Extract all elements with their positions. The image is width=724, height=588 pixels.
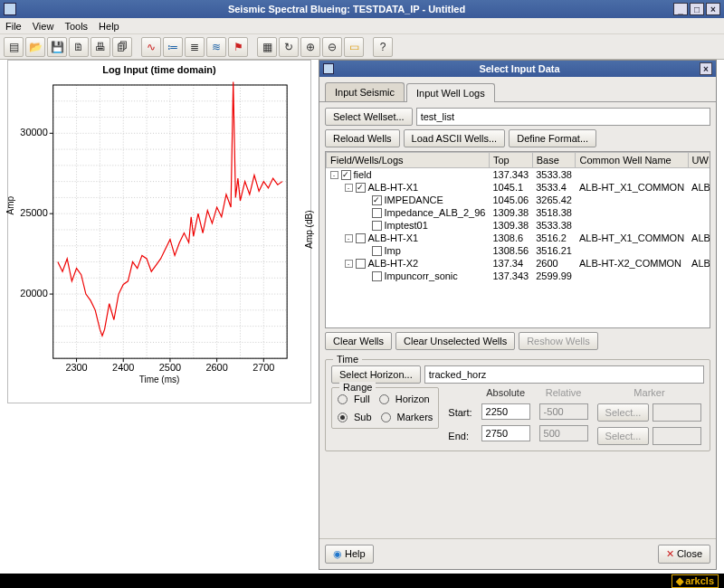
- svg-text:20000: 20000: [20, 288, 47, 299]
- radio-full[interactable]: Full: [338, 394, 370, 404]
- table-row[interactable]: Impuncorr_sonic137.3432599.99: [327, 270, 711, 282]
- select-input-dialog: Select Input Data × Input Seismic Input …: [319, 60, 717, 570]
- col-uwi[interactable]: UWI: [688, 153, 710, 168]
- tab-input-well-logs[interactable]: Input Well Logs: [406, 83, 495, 102]
- toolbar: ▤ 📂 💾 🗎 🖶 🗐 ∿ ≔ ≣ ≋ ⚑ ▦ ↻ ⊕ ⊖ ▭ ?: [0, 34, 724, 60]
- row-checkbox[interactable]: ✓: [356, 183, 366, 193]
- svg-text:2600: 2600: [205, 362, 227, 373]
- table-row[interactable]: -✓ALB-HT-X11045.13533.4ALB-HT_X1_COMMONA…: [327, 181, 711, 194]
- window-title: Seismic Spectral Blueing: TESTDATA_IP - …: [22, 4, 672, 14]
- help-icon[interactable]: ?: [373, 37, 393, 57]
- window-titlebar: Seismic Spectral Blueing: TESTDATA_IP - …: [0, 0, 724, 18]
- start-absolute-input[interactable]: [481, 403, 530, 420]
- save-icon[interactable]: 💾: [47, 37, 67, 57]
- col-cwn[interactable]: Common Well Name: [576, 153, 688, 168]
- horizon-input[interactable]: [424, 365, 704, 384]
- row-checkbox[interactable]: [356, 233, 366, 243]
- zoomout-icon[interactable]: ⊖: [322, 37, 342, 57]
- dialog-titlebar: Select Input Data ×: [319, 61, 716, 77]
- row-label: Impuncorr_sonic: [385, 270, 458, 281]
- refresh-icon[interactable]: ↻: [279, 37, 299, 57]
- list1-icon[interactable]: ≔: [163, 37, 183, 57]
- row-checkbox[interactable]: [356, 259, 366, 269]
- minimize-button[interactable]: _: [673, 3, 688, 15]
- row-label: ALB-HT-X2: [368, 258, 419, 269]
- reload-wells-button[interactable]: Reload Wells: [325, 129, 400, 147]
- y-axis-label: Amp: [5, 196, 15, 215]
- wave-icon[interactable]: ≋: [206, 37, 226, 57]
- select-wellset-button[interactable]: Select Wellset...: [325, 108, 413, 126]
- row-checkbox[interactable]: [372, 271, 382, 281]
- saveas-icon[interactable]: 🗎: [69, 37, 89, 57]
- close-button-dialog[interactable]: ✕ Close: [658, 545, 710, 564]
- wells-table[interactable]: Field/Wells/Logs Top Base Common Well Na…: [325, 151, 710, 328]
- row-checkbox[interactable]: [372, 246, 382, 256]
- expander-icon[interactable]: -: [330, 171, 338, 179]
- menu-help[interactable]: Help: [99, 21, 119, 32]
- print-icon[interactable]: 🖶: [90, 37, 110, 57]
- x-axis-label: Time (ms): [8, 375, 310, 384]
- table-row[interactable]: ✓IMPEDANCE1045.063265.42: [327, 194, 711, 206]
- marker-header: Marker: [597, 387, 702, 398]
- table-row[interactable]: -✓field137.3433533.38: [327, 168, 711, 182]
- row-label: ALB-HT-X1: [368, 232, 419, 243]
- expander-icon[interactable]: -: [345, 184, 353, 192]
- start-marker-input: [653, 403, 701, 422]
- list2-icon[interactable]: ≣: [185, 37, 205, 57]
- maximize-button[interactable]: □: [690, 3, 704, 15]
- radio-horizon[interactable]: Horizon: [379, 394, 430, 404]
- export-icon[interactable]: 🗐: [112, 37, 132, 57]
- clear-unselected-button[interactable]: Clear Unselected Wells: [395, 332, 515, 350]
- svg-text:25000: 25000: [20, 207, 47, 218]
- select-horizon-button[interactable]: Select Horizon...: [331, 365, 421, 384]
- dialog-title: Select Input Data: [339, 63, 700, 74]
- open-icon[interactable]: 📂: [25, 37, 45, 57]
- row-checkbox[interactable]: [372, 208, 382, 218]
- y2-axis-label: Amp (dB): [304, 211, 314, 249]
- menu-tools[interactable]: Tools: [64, 21, 88, 32]
- col-base[interactable]: Base: [532, 153, 576, 168]
- menu-view[interactable]: View: [33, 21, 54, 32]
- svg-text:2300: 2300: [65, 362, 87, 373]
- wellset-input[interactable]: [416, 108, 710, 126]
- table-row[interactable]: -ALB-HT-X11308.63516.2ALB-HT_X1_COMMONAL…: [327, 232, 711, 244]
- radio-markers[interactable]: Markers: [381, 412, 433, 422]
- db-icon[interactable]: ▤: [4, 37, 24, 57]
- palette-icon[interactable]: ▭: [344, 37, 364, 57]
- zoomin-icon[interactable]: ⊕: [300, 37, 320, 57]
- row-checkbox[interactable]: ✓: [372, 195, 382, 205]
- close-button[interactable]: ×: [706, 3, 720, 15]
- tab-input-seismic[interactable]: Input Seismic: [325, 82, 405, 101]
- reshow-wells-button: Reshow Wells: [519, 332, 598, 350]
- chart-plot: 23002400250026002700200002500030000: [8, 79, 310, 386]
- start-label: Start:: [448, 407, 472, 418]
- table-row[interactable]: Impedance_ALB_2_961309.383518.38: [327, 206, 711, 219]
- dialog-close-icon[interactable]: ×: [700, 62, 712, 75]
- row-checkbox[interactable]: [372, 221, 382, 231]
- row-label: Imp: [385, 245, 401, 256]
- end-marker-input: [653, 427, 701, 445]
- load-ascii-button[interactable]: Load ASCII Wells...: [404, 129, 506, 147]
- end-relative-input: [539, 425, 588, 441]
- grid-icon[interactable]: ▦: [257, 37, 277, 57]
- col-top[interactable]: Top: [489, 153, 532, 168]
- define-format-button[interactable]: Define Format...: [509, 129, 596, 147]
- col-field[interactable]: Field/Wells/Logs: [327, 153, 490, 168]
- expander-icon[interactable]: -: [345, 234, 353, 242]
- table-row[interactable]: Imptest011309.383533.38: [327, 219, 711, 232]
- row-label: ALB-HT-X1: [368, 182, 419, 193]
- clear-wells-button[interactable]: Clear Wells: [325, 332, 392, 350]
- spectrum-icon[interactable]: ∿: [141, 37, 161, 57]
- menu-file[interactable]: File: [5, 21, 22, 32]
- end-absolute-input[interactable]: [481, 425, 530, 441]
- svg-text:30000: 30000: [20, 127, 47, 138]
- table-row[interactable]: -ALB-HT-X2137.342600ALB-HT-X2_COMMONALB0…: [327, 257, 711, 270]
- row-checkbox[interactable]: ✓: [341, 170, 351, 180]
- help-button[interactable]: ◉ Help: [325, 545, 374, 564]
- table-row[interactable]: Imp1308.563516.21: [327, 244, 711, 257]
- expander-icon[interactable]: -: [345, 260, 353, 268]
- radio-sub[interactable]: Sub: [338, 412, 372, 422]
- start-relative-input: [539, 403, 588, 420]
- flag-icon[interactable]: ⚑: [228, 37, 248, 57]
- chart-title: Log Input (time domain): [8, 61, 310, 79]
